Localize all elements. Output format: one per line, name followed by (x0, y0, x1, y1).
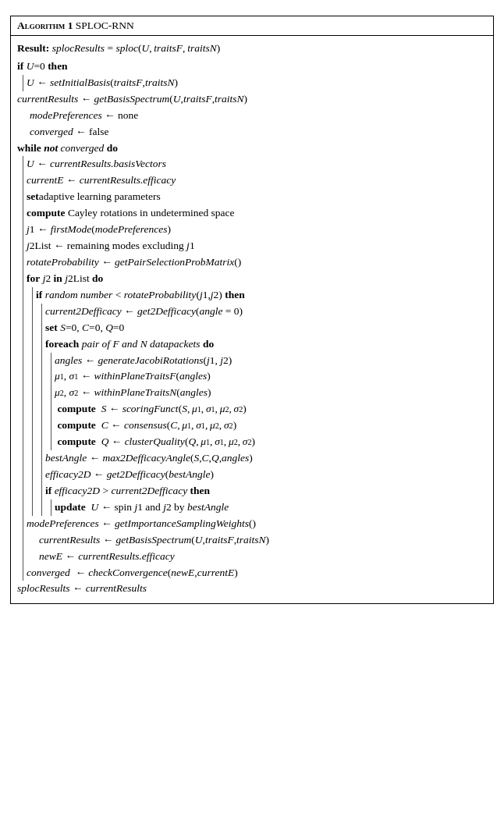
current-results-line: currentResults ← getBasisSpectrum(U,trai… (17, 91, 487, 108)
j1-line: j1 ← firstMode(modePreferences) (27, 222, 487, 238)
if-u0-line: if U=0 then (17, 59, 487, 75)
if-efficacy-block: update U ← spin j1 and j2 by bestAngle (45, 499, 487, 516)
if-u0-block: U ← setInitialBasis(traitsF,traitsN) (17, 75, 487, 91)
bestangle-line: bestAngle ← max2DefficacyAngle(S,C,Q,ang… (45, 450, 487, 467)
while-block: U ← currentResults.basisVectors currentE… (17, 156, 487, 581)
result-line: Result: splocResults = sploc(U, traitsF,… (17, 39, 487, 59)
update-u-line: update U ← spin j1 and j2 by bestAngle (55, 499, 487, 516)
algorithm-label: Algorithm 1 (17, 20, 73, 31)
sploc-results-line: splocResults ← currentResults (17, 581, 487, 597)
algorithm-body: Result: splocResults = sploc(U, traitsF,… (11, 36, 493, 603)
if-random-line: if random number < rotateProbability(j1,… (36, 287, 487, 304)
set-scq-line: set S=0, C=0, Q=0 (45, 320, 487, 336)
if-random-block: current2Defficacy ← get2Defficacy(angle … (36, 304, 487, 516)
current-results-update-line: currentResults ← getBasisSpectrum(U,trai… (27, 532, 487, 549)
converged-false-line: converged ← false (17, 124, 487, 140)
mode-pref-line: modePreferences ← none (17, 108, 487, 124)
foreach-block: angles ← generateJacobiRotations(j1, j2)… (45, 353, 487, 451)
for-j2-line: for j2 in j2List do (27, 271, 487, 287)
set-initial-basis-line: U ← setInitialBasis(traitsF,traitsN) (27, 75, 487, 91)
mode-pref-update-line: modePreferences ← getImportanceSamplingW… (27, 516, 487, 532)
j2list-line: j2List ← remaining modes excluding j1 (27, 238, 487, 254)
compute-cayley-line: compute Cayley rotations in undetermined… (27, 205, 487, 222)
converged-check-line: converged ← checkConvergence(newE,curren… (27, 565, 487, 581)
set-adaptive-line: setadaptive learning parameters (27, 189, 487, 205)
current2def-line: current2Defficacy ← get2Defficacy(angle … (45, 304, 487, 320)
while-line: while not converged do (17, 140, 487, 157)
foreach-line: foreach pair of F and N datapackets do (45, 336, 487, 353)
algorithm-name: SPLOC-RNN (76, 20, 134, 31)
mu1-sigma1-line: μ1, σ1 ← withinPlaneTraitsF(angles) (55, 368, 487, 385)
compute-c-line: compute C ← consensus(C, μ1, σ1, μ2, σ2) (55, 418, 487, 434)
if-efficacy-line: if efficacy2D > current2Defficacy then (45, 483, 487, 499)
algorithm-header: Algorithm 1 SPLOC-RNN (11, 16, 493, 36)
for-j2-block: if random number < rotateProbability(j1,… (27, 287, 487, 516)
mu2-sigma2-line: μ2, σ2 ← withinPlaneTraitsN(angles) (55, 385, 487, 401)
efficacy2d-line: efficacy2D ← get2Defficacy(bestAngle) (45, 467, 487, 483)
compute-s-line: compute S ← scoringFunct(S, μ1, σ1, μ2, … (55, 401, 487, 418)
rotate-prob-line: rotateProbability ← getPairSelectionProb… (27, 254, 487, 271)
compute-q-line: compute Q ← clusterQuality(Q, μ1, σ1, μ2… (55, 434, 487, 450)
u-basis-vectors-line: U ← currentResults.basisVectors (27, 156, 487, 172)
current-e-line: currentE ← currentResults.efficacy (27, 172, 487, 189)
algorithm-box: Algorithm 1 SPLOC-RNN Result: splocResul… (10, 16, 494, 604)
newe-line: newE ← currentResults.efficacy (27, 549, 487, 565)
angles-line: angles ← generateJacobiRotations(j1, j2) (55, 353, 487, 369)
